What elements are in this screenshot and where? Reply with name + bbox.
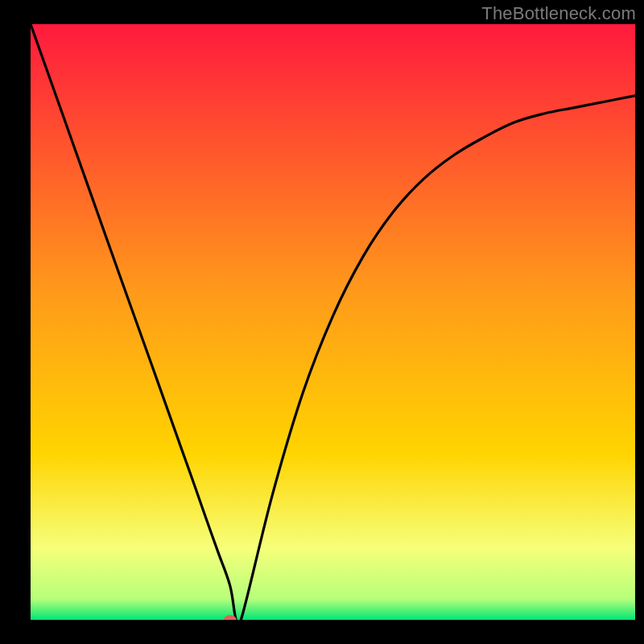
bottleneck-chart	[0, 0, 644, 644]
chart-frame: TheBottleneck.com	[0, 0, 644, 644]
optimal-point-marker	[224, 615, 237, 625]
watermark-text: TheBottleneck.com	[481, 3, 636, 24]
